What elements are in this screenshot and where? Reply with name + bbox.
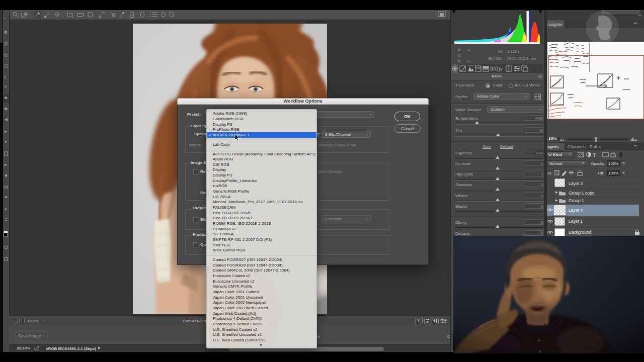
svg-text:t: t	[5, 75, 6, 79]
svg-text:fx: fx	[499, 66, 503, 72]
svg-text:T: T	[593, 152, 596, 158]
svg-text:»: »	[4, 17, 6, 20]
